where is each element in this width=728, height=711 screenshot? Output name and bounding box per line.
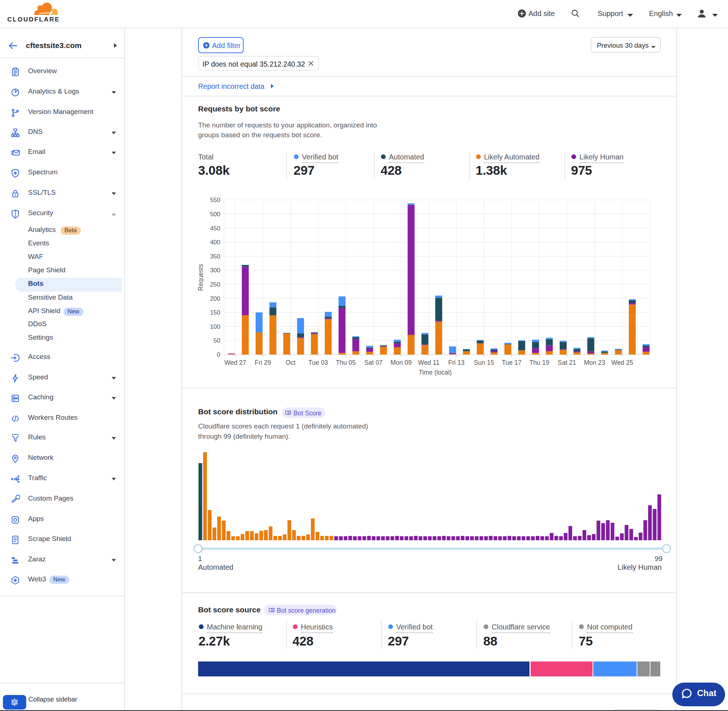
svg-text:Automated: Automated bbox=[198, 563, 233, 571]
svg-text:Requests: Requests bbox=[197, 264, 204, 291]
svg-text:550: 550 bbox=[210, 196, 220, 204]
svg-text:Sat 21: Sat 21 bbox=[558, 359, 576, 366]
svg-text:Thu 05: Thu 05 bbox=[336, 359, 356, 366]
svg-text:50: 50 bbox=[213, 337, 220, 344]
svg-text:Sun 15: Sun 15 bbox=[474, 359, 494, 366]
svg-text:Mon 23: Mon 23 bbox=[584, 359, 605, 366]
svg-text:300: 300 bbox=[210, 267, 220, 274]
svg-text:CLOUDFLARE: CLOUDFLARE bbox=[7, 16, 60, 23]
svg-text:Sat 07: Sat 07 bbox=[364, 359, 383, 366]
svg-text:Wed 27: Wed 27 bbox=[224, 359, 246, 366]
svg-text:Wed 25: Wed 25 bbox=[611, 359, 633, 366]
svg-text:Tue 17: Tue 17 bbox=[502, 359, 521, 366]
svg-text:400: 400 bbox=[210, 239, 220, 246]
svg-text:Tue 03: Tue 03 bbox=[309, 359, 328, 366]
svg-text:150: 150 bbox=[210, 309, 220, 316]
svg-text:0: 0 bbox=[217, 351, 220, 358]
svg-text:Mon 09: Mon 09 bbox=[390, 359, 412, 366]
svg-text:99: 99 bbox=[655, 555, 663, 562]
svg-text:Wed 11: Wed 11 bbox=[418, 359, 440, 366]
svg-text:Fri 29: Fri 29 bbox=[255, 359, 271, 366]
svg-text:Time (local): Time (local) bbox=[419, 369, 452, 376]
svg-text:Thu 19: Thu 19 bbox=[530, 359, 549, 366]
svg-text:100: 100 bbox=[210, 323, 220, 330]
svg-text:Fri 13: Fri 13 bbox=[448, 359, 465, 366]
svg-text:250: 250 bbox=[210, 281, 220, 288]
svg-text:500: 500 bbox=[210, 211, 220, 218]
svg-text:1: 1 bbox=[198, 555, 202, 562]
svg-text:450: 450 bbox=[210, 225, 220, 232]
svg-text:Oct: Oct bbox=[285, 359, 295, 366]
svg-text:200: 200 bbox=[210, 295, 220, 302]
svg-text:Likely Human: Likely Human bbox=[618, 563, 662, 571]
svg-text:350: 350 bbox=[210, 253, 220, 260]
